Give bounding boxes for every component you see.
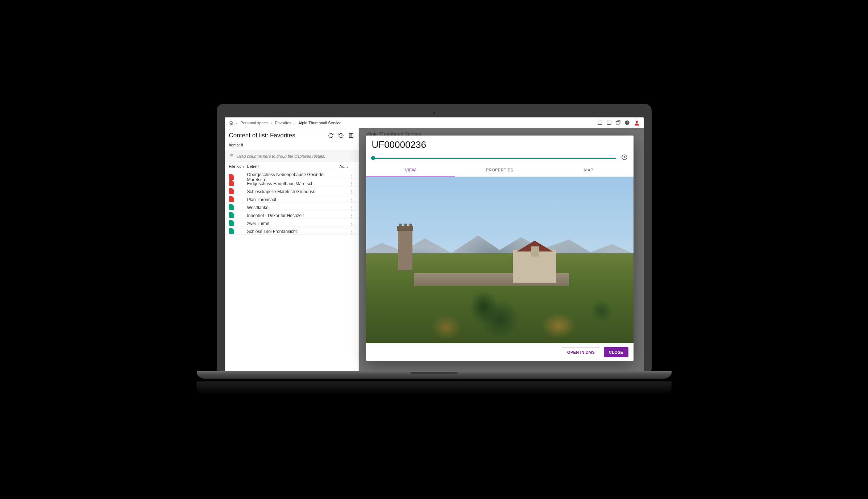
sidebar: Content of list: Favorites Items: 8 bbox=[225, 128, 359, 371]
row-more-icon[interactable]: ⋮ bbox=[340, 221, 354, 226]
row-subject: Schlosskapelle Maretsch Grundriss bbox=[247, 189, 340, 194]
laptop-lid: ‹ Personal space › Favorites › Alpin Thu… bbox=[217, 104, 652, 371]
items-count: Items: 8 bbox=[225, 141, 358, 150]
home-icon[interactable] bbox=[228, 120, 233, 125]
row-subject: Westflanke bbox=[247, 205, 340, 210]
col-subject[interactable]: Betreff bbox=[247, 164, 340, 169]
row-more-icon[interactable]: ⋮ bbox=[340, 229, 354, 234]
pdf-file-icon bbox=[229, 196, 234, 202]
row-subject: zwei Türme bbox=[247, 221, 340, 226]
pdf-file-icon bbox=[229, 174, 234, 180]
col-file-icon[interactable]: File icon bbox=[229, 164, 247, 169]
version-slider[interactable] bbox=[372, 158, 616, 159]
pdf-file-icon bbox=[229, 180, 234, 186]
row-subject: Schloss Tirol Frontansicht bbox=[247, 229, 340, 234]
modal-title: UF00000236 bbox=[372, 139, 628, 150]
topbar-actions: i bbox=[597, 120, 640, 126]
laptop-base bbox=[197, 371, 672, 379]
row-more-icon[interactable]: ⋮ bbox=[340, 189, 354, 194]
svg-point-6 bbox=[636, 121, 638, 123]
table-row[interactable]: Schlosskapelle Maretsch Grundriss⋮ bbox=[225, 187, 358, 195]
row-subject: Plan Thronsaal bbox=[247, 197, 340, 202]
svg-rect-2 bbox=[607, 121, 611, 125]
history-icon[interactable] bbox=[621, 154, 628, 162]
table-body: Obergeschoss Nebengebäude Gesindel Maret… bbox=[225, 171, 358, 235]
indent-icon bbox=[229, 153, 234, 159]
breadcrumb-sep: › bbox=[271, 121, 272, 125]
layout-columns-icon[interactable] bbox=[597, 120, 603, 125]
breadcrumb-item[interactable]: Favorites bbox=[275, 121, 291, 125]
modal-footer: OPEN IN DMS CLOSE bbox=[366, 343, 634, 361]
camera-dot bbox=[433, 112, 435, 114]
group-hint-text: Drag columns here to group the displayed… bbox=[237, 154, 325, 158]
row-more-icon[interactable]: ⋮ bbox=[340, 181, 354, 186]
tab-view[interactable]: VIEW bbox=[366, 164, 455, 176]
open-external-icon[interactable] bbox=[615, 120, 621, 125]
preview-modal: UF00000236 VIEW PROPERTIES MAP bbox=[366, 136, 634, 361]
table-row[interactable]: Plan Thronsaal⋮ bbox=[225, 195, 358, 203]
user-avatar-icon[interactable] bbox=[634, 120, 640, 126]
sidebar-title: Content of list: Favorites bbox=[229, 132, 295, 139]
table-header: File icon Betreff Ac… bbox=[225, 162, 358, 171]
row-more-icon[interactable]: ⋮ bbox=[340, 175, 354, 180]
row-more-icon[interactable]: ⋮ bbox=[340, 205, 354, 210]
table-row[interactable]: Schloss Tirol Frontansicht⋮ bbox=[225, 227, 358, 235]
layout-single-icon[interactable] bbox=[606, 120, 612, 125]
items-label: Items: bbox=[229, 143, 240, 147]
row-subject: Innenhof - Dekor für Hochzeit bbox=[247, 213, 340, 218]
sidebar-header: Content of list: Favorites bbox=[225, 128, 358, 141]
modal-tabs: VIEW PROPERTIES MAP bbox=[366, 164, 634, 177]
history-icon[interactable] bbox=[338, 133, 344, 138]
tab-map[interactable]: MAP bbox=[544, 164, 634, 176]
table-row[interactable]: zwei Türme⋮ bbox=[225, 219, 358, 227]
open-in-dms-button[interactable]: OPEN IN DMS bbox=[562, 347, 600, 357]
version-slider-row bbox=[366, 152, 634, 162]
modal-header: UF00000236 bbox=[366, 136, 634, 152]
breadcrumb-back[interactable]: ‹ bbox=[236, 121, 238, 125]
castle-tower bbox=[398, 230, 412, 270]
modal-body bbox=[366, 177, 634, 343]
row-more-icon[interactable]: ⋮ bbox=[340, 213, 354, 218]
table-row[interactable]: Obergeschoss Nebengebäude Gesindel Maret… bbox=[225, 171, 358, 179]
table-row[interactable]: Innenhof - Dekor für Hochzeit⋮ bbox=[225, 211, 358, 219]
image-file-icon bbox=[229, 228, 234, 234]
image-file-icon bbox=[229, 204, 234, 210]
svg-rect-3 bbox=[616, 121, 619, 125]
row-subject: Erdgeschoss Haupthaus Maretsch bbox=[247, 181, 340, 186]
castle-keep bbox=[513, 250, 556, 283]
refresh-icon[interactable] bbox=[328, 133, 334, 138]
breadcrumb: ‹ Personal space › Favorites › Alpin Thu… bbox=[228, 120, 342, 125]
breadcrumb-item[interactable]: Personal space bbox=[240, 121, 268, 125]
breadcrumb-item-current: Alpin Thumbnail Service bbox=[299, 121, 341, 125]
group-drop-zone[interactable]: Drag columns here to group the displayed… bbox=[225, 150, 358, 162]
app-layout: Content of list: Favorites Items: 8 bbox=[225, 128, 644, 371]
items-count-value: 8 bbox=[241, 143, 243, 147]
screen: ‹ Personal space › Favorites › Alpin Thu… bbox=[225, 117, 644, 371]
slider-thumb[interactable] bbox=[371, 156, 375, 160]
table-row[interactable]: Westflanke⋮ bbox=[225, 203, 358, 211]
main-area: Alpin Thumbnail Service UF00000236 bbox=[359, 128, 644, 371]
row-more-icon[interactable]: ⋮ bbox=[340, 197, 354, 202]
col-actions[interactable]: Ac… bbox=[340, 164, 354, 169]
image-file-icon bbox=[229, 212, 234, 218]
preview-image[interactable] bbox=[366, 177, 634, 343]
breadcrumb-sep: › bbox=[294, 121, 296, 125]
topbar: ‹ Personal space › Favorites › Alpin Thu… bbox=[225, 117, 644, 128]
pdf-file-icon bbox=[229, 188, 234, 194]
image-file-icon bbox=[229, 220, 234, 226]
close-button[interactable]: CLOSE bbox=[604, 347, 628, 357]
tab-properties[interactable]: PROPERTIES bbox=[455, 164, 544, 176]
list-settings-icon[interactable] bbox=[348, 133, 354, 138]
laptop-frame: ‹ Personal space › Favorites › Alpin Thu… bbox=[217, 104, 652, 395]
info-icon[interactable]: i bbox=[624, 120, 630, 125]
sidebar-tools bbox=[328, 133, 354, 138]
laptop-reflection bbox=[197, 381, 672, 395]
